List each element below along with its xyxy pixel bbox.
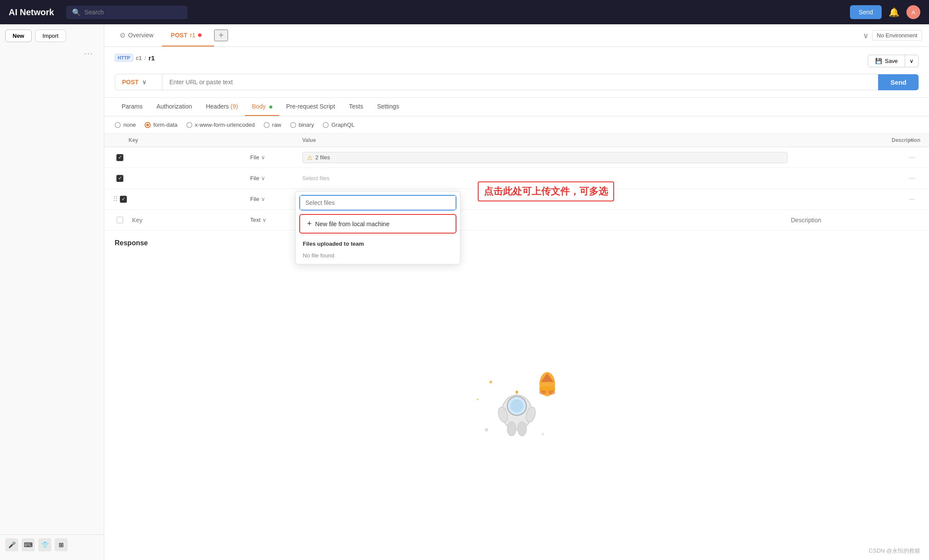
sidebar-icon-keyboard[interactable]: ⌨ — [22, 538, 35, 551]
radio-binary[interactable]: binary — [290, 122, 314, 128]
method-select[interactable]: POST ∨ — [115, 74, 162, 90]
row3-checkbox[interactable]: ✓ — [120, 196, 127, 203]
svg-point-5 — [539, 390, 546, 395]
method-chevron-icon: ∨ — [142, 79, 146, 86]
new-file-option[interactable]: + New file from local machine — [299, 214, 456, 234]
row1-type-chevron: ∨ — [261, 154, 265, 161]
logo: AI Network — [9, 7, 54, 17]
row4-type-cell[interactable]: Text ∨ — [250, 217, 302, 223]
row1-type-cell[interactable]: File ∨ — [250, 154, 302, 161]
dropdown-search-input[interactable] — [300, 196, 456, 210]
save-icon: 💾 — [875, 58, 882, 64]
svg-point-17 — [542, 433, 544, 435]
add-tab-button[interactable]: + — [214, 30, 228, 41]
import-button[interactable]: Import — [35, 30, 66, 42]
req-tab-params[interactable]: Params — [115, 98, 149, 116]
overview-icon: ⊙ — [120, 31, 126, 39]
search-bar[interactable]: 🔍 Search — [66, 6, 188, 19]
tab-name-label: r1 — [190, 32, 195, 39]
send-button[interactable]: Send — [878, 74, 919, 90]
svg-point-15 — [516, 391, 518, 393]
table-row: Text ∨ — [104, 210, 929, 231]
chevron-down-icon: ∨ — [909, 58, 914, 64]
search-placeholder: Search — [84, 9, 103, 16]
row3-more-cell[interactable]: ··· — [909, 195, 922, 203]
new-button[interactable]: New — [5, 30, 32, 42]
svg-point-0 — [489, 381, 492, 383]
req-tab-tests[interactable]: Tests — [342, 98, 370, 116]
row4-desc-input[interactable] — [791, 217, 906, 224]
three-dots-menu[interactable]: ··· — [79, 47, 99, 60]
avatar[interactable]: A — [906, 5, 920, 19]
save-button[interactable]: 💾 Save — [868, 55, 905, 67]
radio-raw[interactable]: raw — [264, 122, 281, 128]
svg-point-13 — [518, 422, 526, 436]
row2-value-cell[interactable]: Select files — [302, 175, 787, 181]
row2-more-cell[interactable]: ··· — [909, 175, 922, 182]
body-dot — [269, 105, 272, 109]
row1-checkbox[interactable]: ✓ — [116, 154, 123, 161]
sidebar-icon-mic[interactable]: 🎤 — [5, 538, 18, 551]
row3-type-cell[interactable]: File ∨ — [250, 196, 302, 202]
tab-dirty-dot — [198, 33, 202, 37]
row2-type-chevron: ∨ — [261, 175, 265, 181]
no-file-label: No file found — [296, 250, 460, 264]
row1-more-cell[interactable]: ··· — [909, 154, 922, 161]
breadcrumb-c1[interactable]: c1 — [136, 55, 142, 61]
breadcrumb-sep: / — [144, 55, 146, 61]
url-input[interactable] — [162, 74, 878, 90]
table-row: ✓ File ∨ ⚠ 2 files ··· — [104, 147, 929, 168]
row4-key-input[interactable] — [132, 217, 247, 224]
svg-point-1 — [477, 399, 479, 400]
warning-icon: ⚠ — [307, 154, 313, 161]
req-tab-headers[interactable]: Headers (9) — [199, 98, 245, 116]
row3-type-chevron: ∨ — [261, 196, 265, 202]
svg-point-16 — [485, 428, 488, 432]
environment-dropdown[interactable]: No Environment — [872, 30, 922, 41]
svg-point-6 — [548, 390, 555, 395]
http-badge: HTTP — [115, 54, 133, 62]
breadcrumb-r1: r1 — [149, 54, 155, 62]
col-value-header: Value — [302, 137, 892, 143]
row3-drag-handle: ⠿ — [113, 195, 118, 203]
row2-checkbox[interactable]: ✓ — [116, 175, 123, 182]
row1-value-cell[interactable]: ⚠ 2 files — [302, 152, 787, 163]
radio-x-www[interactable]: x-www-form-urlencoded — [186, 122, 255, 128]
file-select-dropdown: + New file from local machine Files uplo… — [295, 191, 460, 264]
radio-none[interactable]: none — [115, 122, 136, 128]
row4-checkbox[interactable] — [116, 217, 123, 224]
files-section-title: Files uploaded to team — [296, 237, 460, 250]
chevron-env-icon[interactable]: ∨ — [863, 31, 869, 40]
row4-type-chevron: ∨ — [262, 217, 267, 223]
send-top-button[interactable]: Send — [850, 5, 882, 19]
svg-point-9 — [510, 399, 523, 412]
req-tab-settings[interactable]: Settings — [370, 98, 406, 116]
tab-overview[interactable]: ⊙ Overview — [111, 24, 162, 46]
sidebar-icon-shirt[interactable]: 👕 — [38, 538, 51, 551]
search-icon: 🔍 — [72, 8, 81, 16]
req-tab-authorization[interactable]: Authorization — [149, 98, 199, 116]
sidebar-icon-grid[interactable]: ⊞ — [55, 538, 68, 551]
illustration — [465, 365, 569, 451]
req-tab-body[interactable]: Body — [245, 98, 279, 116]
tab-post-r1[interactable]: POST r1 — [162, 24, 214, 46]
bell-icon[interactable]: 🔔 — [889, 7, 899, 17]
row2-type-cell[interactable]: File ∨ — [250, 175, 302, 181]
dropdown-search-box[interactable] — [299, 195, 456, 211]
radio-graphql[interactable]: GraphQL — [323, 122, 354, 128]
plus-icon: + — [307, 219, 312, 228]
post-method-label: POST — [171, 32, 187, 39]
annotation-box: 点击此处可上传文件，可多选 — [478, 181, 614, 201]
row4-key-cell[interactable] — [129, 217, 250, 224]
row4-desc-cell[interactable] — [787, 217, 909, 224]
req-tab-pre-request[interactable]: Pre-request Script — [279, 98, 342, 116]
save-chevron-button[interactable]: ∨ — [905, 55, 919, 67]
response-title: Response — [115, 239, 919, 247]
radio-form-data[interactable]: form-data — [145, 122, 178, 128]
svg-point-12 — [507, 422, 516, 436]
col-desc-header: Description — [892, 137, 909, 143]
watermark: CSDN @永恒的救赎 — [869, 547, 920, 555]
method-label: POST — [122, 79, 139, 86]
col-key-header: Key — [129, 137, 250, 143]
col-more-header: ··· — [909, 137, 922, 143]
